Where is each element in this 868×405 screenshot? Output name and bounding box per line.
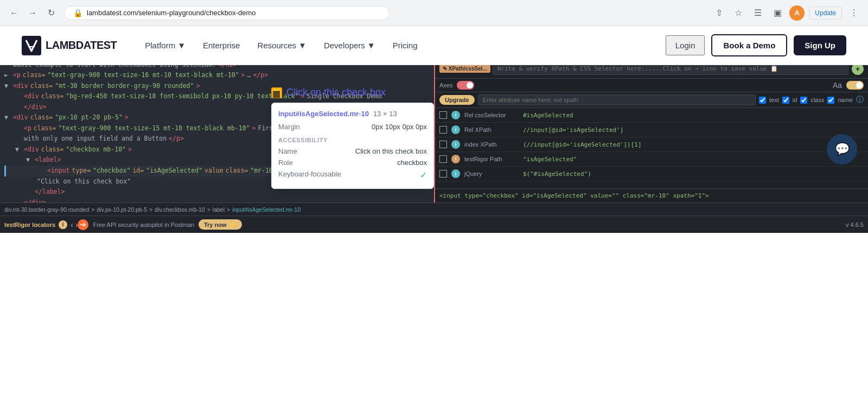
main-wrapper: JQuery Select dropdown › Data Pickers › … — [0, 65, 868, 233]
id-checkbox-label: id — [793, 97, 797, 103]
expand-icon[interactable]: ▼ — [15, 144, 22, 155]
id-checkbox[interactable] — [782, 97, 789, 104]
menu-button[interactable]: ⋮ — [846, 5, 861, 21]
login-button[interactable]: Login — [666, 35, 705, 55]
browser-actions: ⇧ ☆ ☰ ▣ A Update ⋮ — [711, 5, 861, 21]
nav-actions: Login Book a Demo Sign Up — [666, 34, 846, 56]
address-bar[interactable]: 🔒 lambdatest.com/selenium-playground/che… — [64, 6, 390, 20]
keyboard-label: Keyboard-focusable — [278, 170, 341, 180]
sign-up-button[interactable]: Sign Up — [794, 35, 846, 55]
margin-value: 0px 10px 0px 0px — [372, 123, 427, 131]
chevron-down-icon: ▼ — [177, 41, 186, 50]
axes-row: Axes Aa — [435, 79, 868, 92]
nav-arrows: ‹ › — [71, 220, 78, 229]
upgrade-button[interactable]: Upgrade — [439, 95, 475, 105]
text-size-icon: Aa — [833, 81, 842, 90]
tooltip-name-row: Name Click on this check box — [278, 145, 427, 157]
svg-rect-0 — [22, 36, 41, 55]
profile-avatar[interactable]: A — [789, 5, 805, 21]
book-demo-button[interactable]: Book a Demo — [711, 34, 787, 56]
nav-item-enterprise[interactable]: Enterprise — [203, 41, 240, 50]
copy-icon[interactable] — [439, 170, 447, 178]
info-circle-icon: i — [451, 140, 460, 149]
selector-list: i Rel cssSelector #isAgeSelected i Rel X… — [435, 108, 868, 188]
selectors-panel: Styles Computed Layout Event Listeners D… — [434, 65, 868, 202]
axes-toggle[interactable] — [457, 81, 474, 90]
breadcrumb-item[interactable]: div.checkbox.mb-10 — [155, 206, 205, 213]
testrigor-info-icon[interactable]: i — [59, 220, 67, 229]
selector-type-rel-xpath: Rel XPath — [464, 126, 519, 133]
info-circle-icon: i — [451, 111, 460, 119]
checkbox-label: Click on this check box — [286, 87, 386, 98]
selector-row-css: i Rel cssSelector #isAgeSelected — [435, 108, 868, 123]
breadcrumb-bar: div.mt-30.border-gray-90.rounded > div.p… — [0, 202, 868, 216]
chat-widget[interactable]: 💬 — [827, 134, 857, 164]
code-line: basic example to start with checkboxes u… — [4, 65, 430, 70]
upgrade-row: Upgrade text id class name ⓘ — [435, 92, 868, 108]
expand-icon[interactable]: ▼ — [4, 112, 11, 123]
attr-input[interactable] — [478, 94, 756, 105]
tooltip-margin-row: Margin 0px 10px 0px 0px — [278, 121, 427, 132]
devtools-bottom-bar: testRigor locators i ‹ › Free API securi… — [0, 216, 868, 233]
back-button[interactable]: ← — [7, 5, 22, 21]
checkbox-icon: ▦ — [271, 87, 282, 98]
code-line: ► <p class="text-gray-900 text-size-16 m… — [4, 70, 430, 81]
checkbox-area: ▦ Click on this check box — [271, 87, 434, 98]
update-button[interactable]: Update — [809, 7, 842, 20]
add-xpath-button[interactable]: + — [852, 65, 864, 75]
xpath-input[interactable] — [493, 65, 848, 75]
extensions-button[interactable]: ☰ — [750, 5, 765, 21]
nav-item-resources[interactable]: Resources ▼ — [257, 41, 307, 50]
info-icon[interactable]: ⓘ — [856, 95, 864, 105]
chat-icon: 💬 — [835, 142, 850, 156]
nav-prev-arrow[interactable]: ‹ — [71, 220, 73, 229]
nav-item-developers[interactable]: Developers ▼ — [324, 41, 375, 50]
text-checkbox-label: text — [769, 97, 779, 103]
forward-button[interactable]: → — [25, 5, 40, 21]
postman-section: Free API security autopilot in Postman T… — [78, 219, 241, 230]
tooltip-popup: input#isAgeSelected.mr-10 13 × 13 Margin… — [271, 103, 434, 189]
copy-icon[interactable] — [439, 155, 447, 163]
bookmark-button[interactable]: ☆ — [731, 5, 746, 21]
logo-area: LAMBDATEST — [22, 36, 117, 55]
expand-icon[interactable]: ► — [4, 70, 11, 81]
expand-icon[interactable]: ▼ — [26, 155, 33, 166]
name-checkbox-label: name — [838, 97, 853, 103]
code-line: </div> — [4, 198, 430, 202]
nav-item-pricing[interactable]: Pricing — [393, 41, 418, 50]
tooltip-role-row: Role checkbox — [278, 157, 427, 168]
lock-icon: 🔒 — [73, 9, 82, 17]
reload-button[interactable]: ↻ — [43, 5, 59, 21]
breadcrumb-active-item[interactable]: input#isAgeSelected.mr-10 — [232, 206, 301, 213]
copy-icon[interactable] — [439, 111, 447, 119]
accessibility-title: ACCESSIBILITY — [278, 137, 427, 143]
window-button[interactable]: ▣ — [770, 5, 785, 21]
copy-icon[interactable] — [439, 126, 447, 134]
breadcrumb-item[interactable]: div.mt-30.border-gray-90.rounded — [4, 206, 89, 213]
nav-item-platform[interactable]: Platform ▼ — [145, 41, 186, 50]
selector-type-jquery: jQuery — [464, 170, 519, 177]
orange-toggle[interactable] — [846, 81, 864, 90]
breadcrumb-item[interactable]: div.px-10.pt-20.pb-5 — [97, 206, 147, 213]
bottom-element-bar: <input type="checkbox" id="isAgeSelected… — [435, 188, 868, 202]
devtools-panel: ▶ ▮ Elements Console Sources Network Per… — [0, 65, 868, 233]
postman-icon — [78, 219, 88, 230]
expand-icon[interactable]: ▼ — [4, 81, 11, 92]
name-checkbox[interactable] — [827, 97, 834, 104]
breadcrumb-item[interactable]: label — [213, 206, 225, 213]
tooltip-size: 13 × 13 — [373, 110, 397, 118]
testrigor-section: testRigor locators i ‹ › — [4, 220, 78, 229]
tooltip-overlay: ▦ Click on this check box input#isAgeSel… — [271, 87, 434, 189]
chevron-down-icon: ▼ — [367, 41, 375, 50]
selector-type-testrigor: testRigor Path — [464, 156, 519, 162]
try-now-button[interactable]: Try now ⚡ — [199, 219, 242, 230]
check-icon: ✓ — [420, 170, 427, 180]
selector-row-index-xpath: i index XPath (//input[@id='isAgeSelecte… — [435, 137, 868, 152]
copy-icon[interactable] — [439, 141, 447, 148]
toggle-knob — [467, 82, 473, 88]
text-checkbox[interactable] — [759, 97, 766, 104]
class-checkbox[interactable] — [800, 97, 807, 104]
share-button[interactable]: ⇧ — [711, 5, 726, 21]
logo-text: LAMBDATEST — [46, 39, 117, 52]
selector-type-index-xpath: index XPath — [464, 141, 519, 148]
